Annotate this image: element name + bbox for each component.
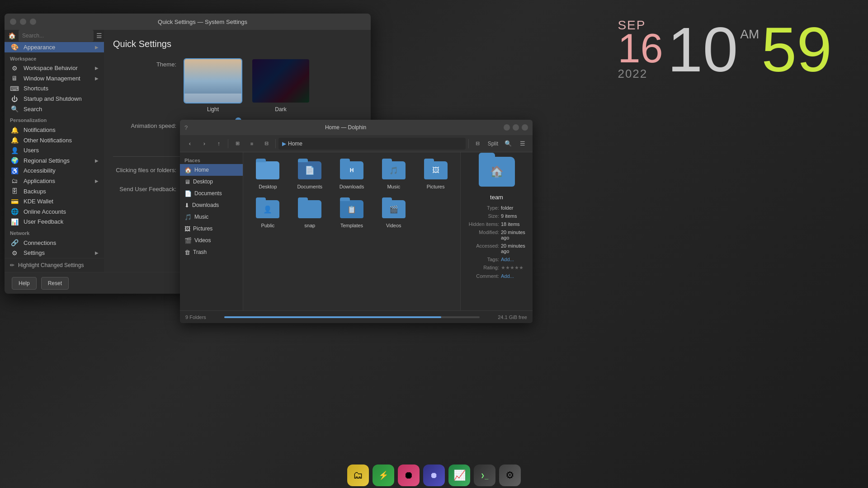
dolphin-titlebar: ? Home — Dolphin <box>180 120 533 135</box>
help-button[interactable]: Help <box>12 277 37 290</box>
desktop-place-label: Desktop <box>193 178 213 185</box>
sidebar-item-appearance[interactable]: 🎨 Appearance ▶ <box>5 42 104 52</box>
file-item-documents[interactable]: 📄 Documents <box>291 158 329 193</box>
sidebar-search-input[interactable] <box>19 30 94 42</box>
dolphin-maximize[interactable] <box>513 124 519 131</box>
up-button[interactable]: ↑ <box>212 138 225 150</box>
dolphin-place-pictures[interactable]: 🖼 Pictures <box>180 223 243 235</box>
light-theme-preview <box>184 59 241 103</box>
hamburger-button[interactable]: ☰ <box>516 138 529 150</box>
dolphin-place-documents[interactable]: 📄 Documents <box>180 188 243 199</box>
info-tags-val[interactable]: Add... <box>501 257 528 262</box>
sidebar-item-other-notifications[interactable]: 🔔 Other Notifications <box>5 135 104 145</box>
file-item-templates[interactable]: 📋 Templates <box>333 197 371 232</box>
sidebar-item-online-accounts[interactable]: 🌐 Online Accounts <box>5 206 104 217</box>
other-notifications-icon: 🔔 <box>10 136 19 145</box>
taskbar-app2-button[interactable]: ⏺ <box>398 465 420 486</box>
back-button[interactable]: ‹ <box>184 138 196 150</box>
sidebar-item-workspace-behavior[interactable]: ⚙ Workspace Behavior ▶ <box>5 63 104 74</box>
file-item-public[interactable]: 👤 Public <box>249 197 287 232</box>
pictures-place-icon: 🖼 <box>184 225 190 232</box>
dolphin-close[interactable] <box>522 124 528 131</box>
templates-folder-icon: 📋 <box>340 200 363 221</box>
sidebar-item-kde-wallet[interactable]: 💳 KDE Wallet <box>5 196 104 206</box>
highlight-changed-button[interactable]: ✏ Highlight Changed Settings <box>5 258 104 272</box>
sidebar-item-users[interactable]: 👤 Users <box>5 145 104 156</box>
taskbar-app1-button[interactable]: ⚡ <box>373 465 394 486</box>
sidebar-item-connections[interactable]: 🔗 Connections <box>5 238 104 248</box>
info-accessed-key: Accessed: <box>465 243 499 254</box>
reset-button[interactable]: Reset <box>41 277 69 290</box>
info-rating-row: Rating: ★★★★★ <box>465 265 528 271</box>
taskbar-files-button[interactable]: 🗂 <box>347 465 369 486</box>
file-item-snap[interactable]: snap <box>291 197 329 232</box>
sidebar-item-window-management[interactable]: 🖥 Window Management ▶ <box>5 73 104 84</box>
music-file-label: Music <box>387 184 400 189</box>
window-maximize-button[interactable] <box>30 19 36 25</box>
other-notifications-label: Other Notifications <box>24 137 99 144</box>
info-folder-name: team <box>465 194 528 201</box>
clock-date: SEP 16 2022 <box>618 18 663 81</box>
videos-inner-icon: 🎬 <box>389 205 398 214</box>
theme-label: Theme: <box>113 58 176 68</box>
sidebar-item-accessibility[interactable]: ♿ Accessibility <box>5 166 104 176</box>
file-item-music[interactable]: 🎵 Music <box>374 158 413 193</box>
dolphin-place-trash[interactable]: 🗑 Trash <box>180 246 243 258</box>
sidebar-item-search[interactable]: 🔍 Search <box>5 104 104 114</box>
taskbar: 🗂 ⚡ ⏺ ⏺ 📈 ❯_ ⚙ <box>0 463 868 488</box>
taskbar-settings-button[interactable]: ⚙ <box>499 465 521 486</box>
compact-view-button[interactable]: ⊟ <box>260 138 273 150</box>
documents-file-label: Documents <box>297 184 322 189</box>
dolphin-place-music[interactable]: 🎵 Music <box>180 211 243 223</box>
taskbar-settings-icon: ⚙ <box>505 469 514 481</box>
location-chevron: ▶ <box>282 141 286 147</box>
sidebar-item-notifications[interactable]: 🔔 Notifications <box>5 125 104 135</box>
info-tags-row: Tags: Add... <box>465 257 528 262</box>
sidebar-home-button[interactable]: 🏠 <box>8 30 16 41</box>
grid-view-button[interactable]: ⊞ <box>231 138 244 150</box>
file-item-downloads[interactable]: H Downloads <box>333 158 371 193</box>
file-item-pictures[interactable]: 🖼 Pictures <box>416 158 455 193</box>
sidebar-item-user-feedback[interactable]: 📊 User Feedback <box>5 216 104 227</box>
sidebar-item-regional[interactable]: 🌍 Regional Settings ▶ <box>5 155 104 166</box>
location-bar[interactable]: ▶ Home <box>278 138 466 150</box>
downloads-place-icon: ⬇ <box>184 202 189 209</box>
sidebar-item-net-settings[interactable]: ⚙ Settings ▶ <box>5 248 104 258</box>
sidebar-item-applications[interactable]: 🗂 Applications ▶ <box>5 176 104 186</box>
dolphin-question: ? <box>184 124 188 131</box>
taskbar-terminal-button[interactable]: ❯_ <box>474 465 495 486</box>
desktop-place-icon: 🖥 <box>184 178 190 185</box>
window-close-button[interactable] <box>10 19 16 25</box>
toolbar-separator-3 <box>468 139 469 148</box>
search-button[interactable]: 🔍 <box>502 138 514 150</box>
file-item-videos[interactable]: 🎬 Videos <box>374 197 413 232</box>
list-view-button[interactable]: ≡ <box>245 138 258 150</box>
taskbar-app4-button[interactable]: 📈 <box>448 465 470 486</box>
dark-theme-option[interactable]: Dark <box>251 58 310 113</box>
light-theme-thumbnail[interactable] <box>184 58 242 103</box>
taskbar-app3-button[interactable]: ⏺ <box>423 465 445 486</box>
forward-button[interactable]: › <box>198 138 211 150</box>
dark-theme-thumbnail[interactable] <box>251 58 310 103</box>
dolphin-place-desktop[interactable]: 🖥 Desktop <box>180 176 243 188</box>
info-comment-key: Comment: <box>465 273 499 279</box>
sidebar-item-shortcuts[interactable]: ⌨ Shortcuts <box>5 84 104 94</box>
sidebar-item-backups[interactable]: 🗄 Backups <box>5 186 104 197</box>
status-free: 24.1 GiB free <box>498 314 527 320</box>
dolphin-place-videos[interactable]: 🎬 Videos <box>180 235 243 246</box>
info-panel-button[interactable]: ⊟ <box>472 138 484 150</box>
sidebar-item-startup-shutdown[interactable]: ⏻ Startup and Shutdown <box>5 94 104 104</box>
dolphin-place-home[interactable]: 🏠 Home <box>180 164 243 176</box>
sidebar-menu-button[interactable]: ☰ <box>96 30 102 41</box>
clock-day: 16 <box>618 30 663 67</box>
light-theme-option[interactable]: Light <box>184 58 242 113</box>
users-icon: 👤 <box>10 146 19 155</box>
workspace-section-header: Workspace <box>5 52 104 63</box>
desktop-file-label: Desktop <box>259 184 277 189</box>
info-comment-val[interactable]: Add... <box>501 273 528 279</box>
dolphin-place-downloads[interactable]: ⬇ Downloads <box>180 199 243 211</box>
music-inner-icon: 🎵 <box>389 166 398 175</box>
window-minimize-button[interactable] <box>20 19 26 25</box>
dolphin-minimize[interactable] <box>504 124 510 131</box>
file-item-desktop[interactable]: Desktop <box>249 158 287 193</box>
